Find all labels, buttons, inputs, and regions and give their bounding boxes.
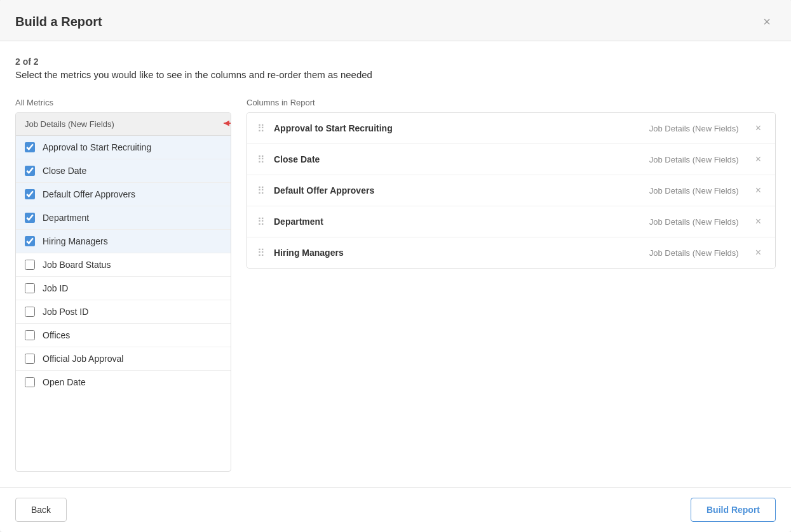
metric-item-close-date[interactable]: Close Date [16,159,231,183]
metric-label-open-date: Open Date [43,377,86,387]
columns-list: ⠿ Approval to Start Recruiting Job Detai… [247,112,776,269]
metric-item-job-id[interactable]: Job ID [16,277,231,300]
remove-department-button[interactable]: × [752,215,765,228]
metric-item-job-post-id[interactable]: Job Post ID [16,300,231,324]
drag-handle-offer-approvers[interactable]: ⠿ [257,185,265,197]
group-name: Job Details (New Fields) [25,119,114,129]
modal-header: Build a Report × [0,0,791,41]
column-category-offer-approvers: Job Details (New Fields) [649,186,739,196]
metric-label-department: Department [43,213,89,223]
metric-item-approval[interactable]: Approval to Start Recruiting [16,136,231,159]
metric-label-official-job-approval: Official Job Approval [43,354,123,364]
drag-handle-approval[interactable]: ⠿ [257,123,265,135]
metric-checkbox-job-board-status[interactable] [25,260,35,270]
all-metrics-label: All Metrics [15,98,231,107]
metric-checkbox-offices[interactable] [25,330,35,340]
drag-handle-close-date[interactable]: ⠿ [257,154,265,166]
metric-checkbox-close-date[interactable] [25,166,35,176]
column-category-department: Job Details (New Fields) [649,217,739,227]
metric-item-open-date[interactable]: Open Date [16,371,231,394]
arrow-annotation [218,113,231,136]
modal-body: 2 of 2 Select the metrics you would like… [0,41,791,487]
column-item-hiring-managers: ⠿ Hiring Managers Job Details (New Field… [247,237,775,268]
column-item-close-date: ⠿ Close Date Job Details (New Fields) × [247,144,775,175]
column-name-offer-approvers: Default Offer Approvers [274,185,649,196]
metric-checkbox-job-post-id[interactable] [25,307,35,317]
columns-in-report-label: Columns in Report [247,98,776,107]
metric-label-job-board-status: Job Board Status [43,260,111,270]
metric-label-offices: Offices [43,330,70,340]
metric-checkbox-open-date[interactable] [25,377,35,387]
metric-checkbox-approval[interactable] [25,142,35,152]
step-count: 2 of 2 [15,57,776,67]
metric-item-offices[interactable]: Offices [16,324,231,347]
remove-approval-button[interactable]: × [752,122,765,135]
step-description: Select the metrics you would like to see… [15,69,776,80]
back-button[interactable]: Back [15,498,67,522]
metric-label-job-post-id: Job Post ID [43,307,88,317]
content-area: All Metrics Job Details (New Fields) App [15,98,776,472]
svg-marker-1 [224,121,229,126]
metric-item-job-board-status[interactable]: Job Board Status [16,253,231,277]
metric-item-department[interactable]: Department [16,206,231,230]
metric-item-official-job-approval[interactable]: Official Job Approval [16,347,231,371]
drag-handle-department[interactable]: ⠿ [257,216,265,228]
column-name-hiring-managers: Hiring Managers [274,248,649,258]
drag-handle-hiring-managers[interactable]: ⠿ [257,247,265,259]
metric-label-job-id: Job ID [43,283,68,293]
metric-label-close-date: Close Date [43,166,86,176]
metric-label-hiring-managers: Hiring Managers [43,236,108,246]
build-report-modal: Build a Report × 2 of 2 Select the metri… [0,0,791,532]
column-name-department: Department [274,216,649,227]
close-button[interactable]: × [758,13,776,30]
column-item-offer-approvers: ⠿ Default Offer Approvers Job Details (N… [247,175,775,206]
right-panel: Columns in Report ⠿ Approval to Start Re… [247,98,776,472]
column-category-close-date: Job Details (New Fields) [649,155,739,164]
column-name-close-date: Close Date [274,154,649,164]
metric-checkbox-hiring-managers[interactable] [25,236,35,246]
column-category-approval: Job Details (New Fields) [649,124,739,133]
column-name-approval: Approval to Start Recruiting [274,123,649,133]
metrics-list: Job Details (New Fields) Approval to Sta… [15,112,231,472]
metric-item-hiring-managers[interactable]: Hiring Managers [16,230,231,253]
metric-item-offer-approvers[interactable]: Default Offer Approvers [16,183,231,206]
column-category-hiring-managers: Job Details (New Fields) [649,248,739,258]
metric-checkbox-official-job-approval[interactable] [25,354,35,364]
remove-hiring-managers-button[interactable]: × [752,246,765,259]
metric-checkbox-job-id[interactable] [25,283,35,293]
metric-label-offer-approvers: Default Offer Approvers [43,189,135,199]
metrics-group-header: Job Details (New Fields) [16,113,231,136]
column-item-department: ⠿ Department Job Details (New Fields) × [247,206,775,237]
metric-label-approval: Approval to Start Recruiting [43,142,151,152]
remove-close-date-button[interactable]: × [752,153,765,166]
modal-title: Build a Report [15,15,102,29]
metric-checkbox-department[interactable] [25,213,35,223]
metric-checkbox-offer-approvers[interactable] [25,189,35,199]
left-panel: All Metrics Job Details (New Fields) App [15,98,231,472]
step-info: 2 of 2 Select the metrics you would like… [15,57,776,93]
build-report-button[interactable]: Build Report [691,498,776,522]
remove-offer-approvers-button[interactable]: × [752,184,765,197]
column-item-approval: ⠿ Approval to Start Recruiting Job Detai… [247,113,775,144]
modal-footer: Back Build Report [0,487,791,532]
